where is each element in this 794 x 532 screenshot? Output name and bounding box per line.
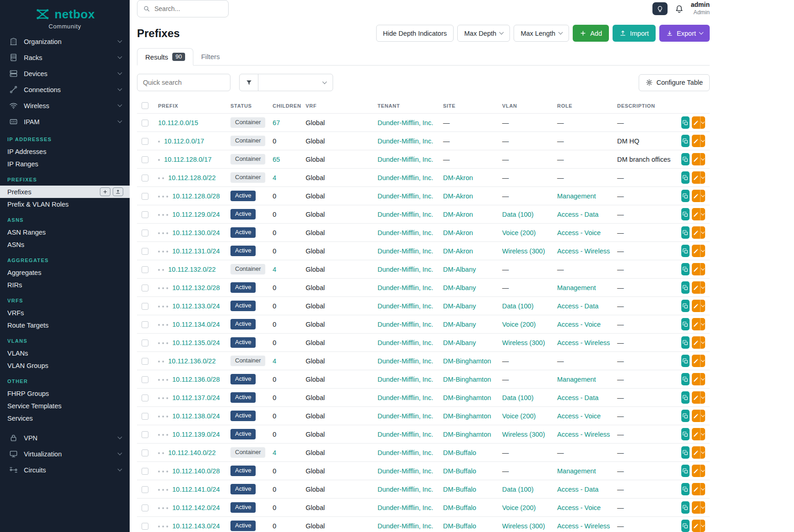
row-checkbox[interactable] bbox=[142, 211, 148, 218]
sidebar-item-racks[interactable]: Racks bbox=[0, 49, 130, 66]
sidebar-item-aggregates[interactable]: Aggregates bbox=[0, 266, 130, 279]
copy-button[interactable] bbox=[681, 410, 690, 422]
tenant-link[interactable]: Dunder-Mifflin, Inc. bbox=[378, 137, 433, 145]
site-link[interactable]: DM-Binghamton bbox=[443, 376, 491, 383]
select-all-checkbox[interactable] bbox=[142, 102, 148, 109]
edit-dropdown-toggle[interactable] bbox=[700, 355, 705, 367]
edit-button[interactable] bbox=[692, 300, 700, 312]
copy-button[interactable] bbox=[681, 153, 690, 165]
copy-button[interactable] bbox=[681, 355, 690, 367]
row-checkbox[interactable] bbox=[142, 230, 148, 236]
column-header-description[interactable]: DESCRIPTION bbox=[613, 98, 677, 114]
edit-button[interactable] bbox=[692, 520, 700, 532]
tenant-link[interactable]: Dunder-Mifflin, Inc. bbox=[378, 266, 433, 273]
tenant-link[interactable]: Dunder-Mifflin, Inc. bbox=[378, 522, 433, 530]
tab-filters[interactable]: Filters bbox=[193, 48, 228, 65]
tenant-link[interactable]: Dunder-Mifflin, Inc. bbox=[378, 467, 433, 475]
edit-dropdown-toggle[interactable] bbox=[700, 428, 705, 440]
import-button[interactable]: Import bbox=[613, 25, 656, 42]
tenant-link[interactable]: Dunder-Mifflin, Inc. bbox=[378, 357, 433, 365]
tenant-link[interactable]: Dunder-Mifflin, Inc. bbox=[378, 229, 433, 236]
edit-dropdown-toggle[interactable] bbox=[700, 116, 705, 129]
edit-button[interactable] bbox=[692, 190, 700, 202]
children-count-link[interactable]: 4 bbox=[273, 357, 276, 365]
edit-dropdown-toggle[interactable] bbox=[700, 300, 705, 312]
prefix-link[interactable]: 10.112.141.0/24 bbox=[172, 486, 220, 493]
children-count-link[interactable]: 4 bbox=[273, 266, 276, 273]
edit-dropdown-toggle[interactable] bbox=[700, 263, 705, 275]
tenant-link[interactable]: Dunder-Mifflin, Inc. bbox=[378, 321, 433, 328]
row-checkbox[interactable] bbox=[142, 486, 148, 493]
tenant-link[interactable]: Dunder-Mifflin, Inc. bbox=[378, 449, 433, 456]
site-link[interactable]: DM-Albany bbox=[443, 266, 476, 273]
prefix-link[interactable]: 10.112.130.0/24 bbox=[172, 229, 220, 236]
prefix-link[interactable]: 10.112.135.0/24 bbox=[172, 339, 220, 346]
role-link[interactable]: Management bbox=[557, 376, 596, 383]
prefix-link[interactable]: 10.112.134.0/24 bbox=[172, 321, 220, 328]
edit-button[interactable] bbox=[692, 245, 700, 257]
prefix-link[interactable]: 10.112.132.0/22 bbox=[168, 266, 216, 273]
tenant-link[interactable]: Dunder-Mifflin, Inc. bbox=[378, 339, 433, 346]
site-link[interactable]: DM-Akron bbox=[443, 211, 473, 218]
role-link[interactable]: Access - Wireless bbox=[557, 431, 610, 438]
max-depth-dropdown[interactable]: Max Depth bbox=[457, 25, 510, 42]
column-header-tenant[interactable]: TENANT bbox=[373, 98, 438, 114]
sidebar-item-services[interactable]: Services bbox=[0, 412, 130, 424]
edit-button[interactable] bbox=[692, 281, 700, 294]
hide-depth-indicators-button[interactable]: Hide Depth Indicators bbox=[376, 25, 454, 42]
row-checkbox[interactable] bbox=[142, 138, 148, 145]
row-checkbox[interactable] bbox=[142, 321, 148, 328]
prefix-link[interactable]: 10.112.142.0/24 bbox=[172, 504, 220, 511]
edit-dropdown-toggle[interactable] bbox=[700, 410, 705, 422]
children-count-link[interactable]: 65 bbox=[273, 156, 280, 163]
edit-dropdown-toggle[interactable] bbox=[700, 446, 705, 459]
copy-button[interactable] bbox=[681, 373, 690, 385]
edit-button[interactable] bbox=[692, 355, 700, 367]
edit-dropdown-toggle[interactable] bbox=[700, 483, 705, 495]
copy-button[interactable] bbox=[681, 281, 690, 294]
sidebar-item-wireless[interactable]: Wireless bbox=[0, 98, 130, 114]
prefix-link[interactable]: 10.112.128.0/22 bbox=[168, 174, 216, 181]
column-header-site[interactable]: SITE bbox=[438, 98, 498, 114]
export-dropdown[interactable]: Export bbox=[659, 25, 710, 42]
prefix-link[interactable]: 10.112.140.0/22 bbox=[168, 449, 216, 456]
import-prefixes-button[interactable] bbox=[113, 187, 123, 196]
vlan-link[interactable]: Wireless (300) bbox=[502, 247, 545, 255]
role-link[interactable]: Access - Data bbox=[557, 211, 598, 218]
edit-button[interactable] bbox=[692, 263, 700, 275]
role-link[interactable]: Access - Data bbox=[557, 394, 598, 401]
tenant-link[interactable]: Dunder-Mifflin, Inc. bbox=[378, 302, 433, 310]
role-link[interactable]: Management bbox=[557, 192, 596, 200]
copy-button[interactable] bbox=[681, 263, 690, 275]
copy-button[interactable] bbox=[681, 336, 690, 349]
site-link[interactable]: DM-Buffalo bbox=[443, 522, 476, 530]
edit-dropdown-toggle[interactable] bbox=[700, 171, 705, 184]
sidebar-item-prefixes[interactable]: Prefixes bbox=[0, 186, 130, 198]
prefix-link[interactable]: 10.112.0.0/17 bbox=[164, 137, 204, 145]
edit-dropdown-toggle[interactable] bbox=[700, 208, 705, 220]
sidebar-item-asn-ranges[interactable]: ASN Ranges bbox=[0, 226, 130, 238]
column-header-vrf[interactable]: VRF bbox=[301, 98, 373, 114]
row-checkbox[interactable] bbox=[142, 285, 148, 291]
vlan-link[interactable]: Data (100) bbox=[502, 486, 534, 493]
sidebar-item-devices[interactable]: Devices bbox=[0, 66, 130, 82]
edit-dropdown-toggle[interactable] bbox=[700, 281, 705, 294]
role-link[interactable]: Access - Data bbox=[557, 486, 598, 493]
tenant-link[interactable]: Dunder-Mifflin, Inc. bbox=[378, 211, 433, 218]
row-checkbox[interactable] bbox=[142, 156, 148, 163]
row-checkbox[interactable] bbox=[142, 358, 148, 365]
prefix-link[interactable]: 10.112.143.0/24 bbox=[172, 522, 220, 530]
sidebar-item-service-templates[interactable]: Service Templates bbox=[0, 400, 130, 412]
edit-button[interactable] bbox=[692, 153, 700, 165]
saved-filter-select[interactable] bbox=[258, 74, 333, 91]
vlan-link[interactable]: Data (100) bbox=[502, 394, 534, 401]
row-checkbox[interactable] bbox=[142, 175, 148, 181]
column-header-status[interactable]: STATUS bbox=[226, 98, 268, 114]
site-link[interactable]: DM-Binghamton bbox=[443, 412, 491, 420]
row-checkbox[interactable] bbox=[142, 395, 148, 401]
edit-button[interactable] bbox=[692, 116, 700, 129]
edit-button[interactable] bbox=[692, 226, 700, 239]
add-button[interactable]: Add bbox=[573, 25, 609, 42]
edit-button[interactable] bbox=[692, 501, 700, 514]
notifications-bell-icon[interactable] bbox=[674, 4, 684, 14]
